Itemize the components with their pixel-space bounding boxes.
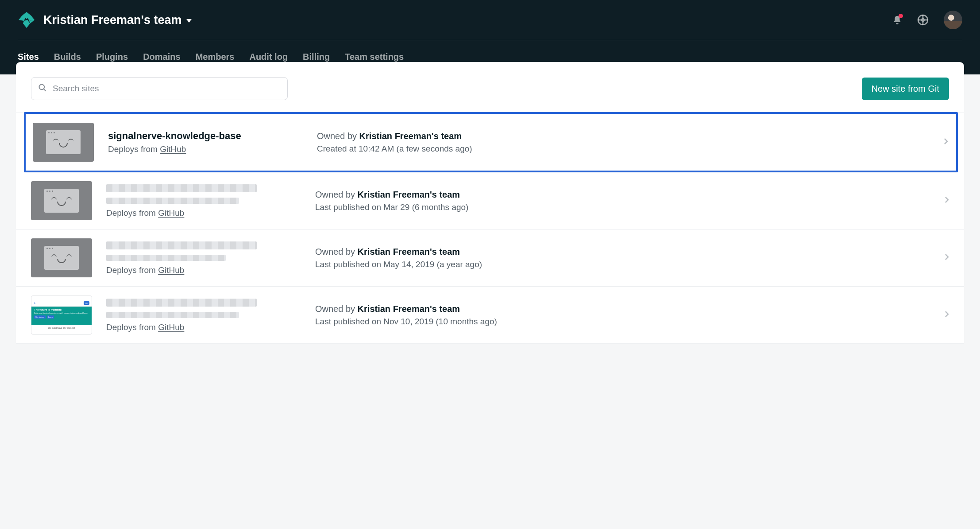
nav-tab-plugins[interactable]: Plugins — [96, 52, 128, 62]
site-row[interactable]: ▲••• The future is frontend Build great … — [16, 287, 964, 344]
site-name-redacted — [106, 298, 301, 309]
site-name: signalnerve-knowledge-base — [108, 130, 303, 142]
site-thumbnail — [33, 123, 94, 162]
site-deploy-source: Deploys from GitHub — [106, 265, 301, 275]
site-info-primary: Deploys from GitHub — [106, 183, 301, 218]
svg-line-12 — [44, 89, 46, 91]
svg-point-6 — [921, 18, 925, 22]
svg-marker-3 — [23, 20, 30, 28]
site-deploy-source: Deploys from GitHub — [106, 208, 301, 218]
nav-tab-team-settings[interactable]: Team settings — [345, 52, 404, 62]
nav-tab-builds[interactable]: Builds — [54, 52, 81, 62]
site-info-secondary: Owned by Kristian Freeman's team Last pu… — [315, 190, 930, 212]
nav-tab-audit-log[interactable]: Audit log — [249, 52, 288, 62]
site-thumbnail — [31, 181, 92, 220]
site-name-redacted-line — [106, 312, 301, 320]
panel-toolbar: New site from Git — [16, 62, 964, 113]
header-top-bar: Kristian Freeman's team — [18, 0, 962, 40]
site-owner: Owned by Kristian Freeman's team — [315, 304, 930, 314]
deploy-source-link[interactable]: GitHub — [158, 323, 184, 332]
site-list: signalnerve-knowledge-base Deploys from … — [16, 113, 964, 344]
nav-tab-billing[interactable]: Billing — [303, 52, 330, 62]
new-site-button[interactable]: New site from Git — [862, 78, 949, 100]
search-wrap — [31, 77, 288, 100]
site-thumbnail: ▲••• The future is frontend Build great … — [31, 296, 92, 335]
site-owner: Owned by Kristian Freeman's team — [315, 190, 930, 200]
deploy-source-link[interactable]: GitHub — [158, 265, 184, 275]
deploy-source-link[interactable]: GitHub — [160, 144, 186, 154]
site-info-secondary: Owned by Kristian Freeman's team Last pu… — [315, 247, 930, 269]
header-left: Kristian Freeman's team — [18, 11, 192, 29]
site-owner: Owned by Kristian Freeman's team — [317, 131, 930, 141]
nav-tab-members[interactable]: Members — [196, 52, 235, 62]
main-panel: New site from Git signalnerve-knowledge-… — [16, 62, 964, 344]
chevron-right-icon — [945, 311, 949, 319]
notification-dot-icon — [899, 14, 903, 18]
chevron-down-icon — [186, 19, 192, 23]
chevron-right-icon — [944, 138, 948, 147]
site-timestamp: Last published on Mar 29 (6 months ago) — [315, 202, 930, 212]
site-info-primary: Deploys from GitHub — [106, 241, 301, 275]
nav-tab-domains[interactable]: Domains — [143, 52, 180, 62]
site-name-redacted — [106, 241, 301, 252]
deploy-source-link[interactable]: GitHub — [158, 208, 184, 218]
site-timestamp: Created at 10:42 AM (a few seconds ago) — [317, 144, 930, 154]
site-name-redacted-line — [106, 198, 301, 206]
nav-tab-sites[interactable]: Sites — [18, 52, 39, 62]
chevron-right-icon — [945, 253, 949, 262]
search-icon — [38, 83, 47, 94]
site-timestamp: Last published on May 14, 2019 (a year a… — [315, 260, 930, 269]
site-row[interactable]: signalnerve-knowledge-base Deploys from … — [24, 112, 958, 172]
search-input[interactable] — [31, 77, 288, 100]
site-thumbnail — [31, 238, 92, 277]
site-timestamp: Last published on Nov 10, 2019 (10 month… — [315, 317, 930, 327]
site-info-secondary: Owned by Kristian Freeman's team Created… — [317, 131, 930, 154]
site-row[interactable]: Deploys from GitHub Owned by Kristian Fr… — [16, 172, 964, 229]
site-info-primary: signalnerve-knowledge-base Deploys from … — [108, 130, 303, 154]
user-avatar[interactable] — [944, 11, 962, 29]
svg-point-11 — [39, 85, 45, 90]
site-deploy-source: Deploys from GitHub — [108, 144, 303, 154]
team-name: Kristian Freeman's team — [43, 13, 182, 27]
site-row[interactable]: Deploys from GitHub Owned by Kristian Fr… — [16, 229, 964, 287]
help-button[interactable] — [917, 14, 929, 26]
header-right — [892, 11, 962, 29]
site-deploy-source: Deploys from GitHub — [106, 323, 301, 332]
notifications-button[interactable] — [892, 15, 902, 25]
site-info-primary: Deploys from GitHub — [106, 298, 301, 332]
team-selector[interactable]: Kristian Freeman's team — [43, 13, 192, 27]
site-name-redacted-line — [106, 255, 301, 263]
chevron-right-icon — [945, 196, 949, 205]
site-info-secondary: Owned by Kristian Freeman's team Last pu… — [315, 304, 930, 327]
site-name-redacted — [106, 183, 301, 195]
site-owner: Owned by Kristian Freeman's team — [315, 247, 930, 257]
netlify-logo-icon[interactable] — [18, 11, 35, 29]
